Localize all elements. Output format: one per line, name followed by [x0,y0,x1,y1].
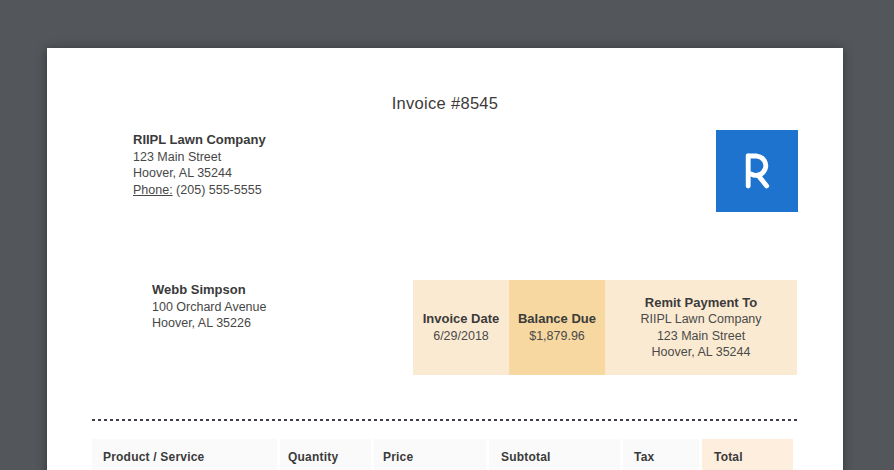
viewer-background: Invoice #8545 RIIPL Lawn Company 123 Mai… [0,0,894,470]
invoice-date-value: 6/29/2018 [433,328,489,345]
balance-due-value: $1,879.96 [529,328,585,345]
logo-r-icon [737,149,777,193]
remit-payment-label: Remit Payment To [645,295,757,312]
company-address-line2: Hoover, AL 35244 [133,165,266,182]
col-header-product-service: Product / Service [92,439,277,470]
col-header-tax: Tax [623,439,699,470]
invoice-date-box: Invoice Date 6/29/2018 [413,280,509,375]
customer-address-line1: 100 Orchard Avenue [152,299,266,316]
remit-line1: RIIPL Lawn Company [640,311,761,328]
company-address-line1: 123 Main Street [133,149,266,166]
invoice-summary: Invoice Date 6/29/2018 Balance Due $1,87… [413,280,797,375]
customer-name: Webb Simpson [152,282,266,299]
phone-number: (205) 555-5555 [176,183,261,197]
bill-to-info: Webb Simpson 100 Orchard Avenue Hoover, … [152,282,266,332]
remit-line3: Hoover, AL 35244 [652,344,751,361]
phone-label: Phone: [133,183,173,197]
remit-line2: 123 Main Street [657,328,745,345]
customer-address-line2: Hoover, AL 35226 [152,315,266,332]
col-header-quantity: Quantity [280,439,371,470]
company-logo [716,130,798,212]
invoice-page: Invoice #8545 RIIPL Lawn Company 123 Mai… [47,48,843,470]
col-header-subtotal: Subtotal [489,439,620,470]
balance-due-label: Balance Due [518,311,596,328]
col-header-total: Total [702,439,793,470]
company-phone-line: Phone: (205) 555-5555 [133,182,266,199]
invoice-title: Invoice #8545 [47,94,843,113]
company-name: RIIPL Lawn Company [133,132,266,149]
remit-payment-box: Remit Payment To RIIPL Lawn Company 123 … [605,280,797,375]
balance-due-box: Balance Due $1,879.96 [509,280,605,375]
company-info: RIIPL Lawn Company 123 Main Street Hoove… [133,132,266,198]
items-table-header: Product / Service Quantity Price Subtota… [92,439,793,470]
dashed-divider [92,419,800,421]
invoice-date-label: Invoice Date [423,311,500,328]
col-header-price: Price [374,439,486,470]
